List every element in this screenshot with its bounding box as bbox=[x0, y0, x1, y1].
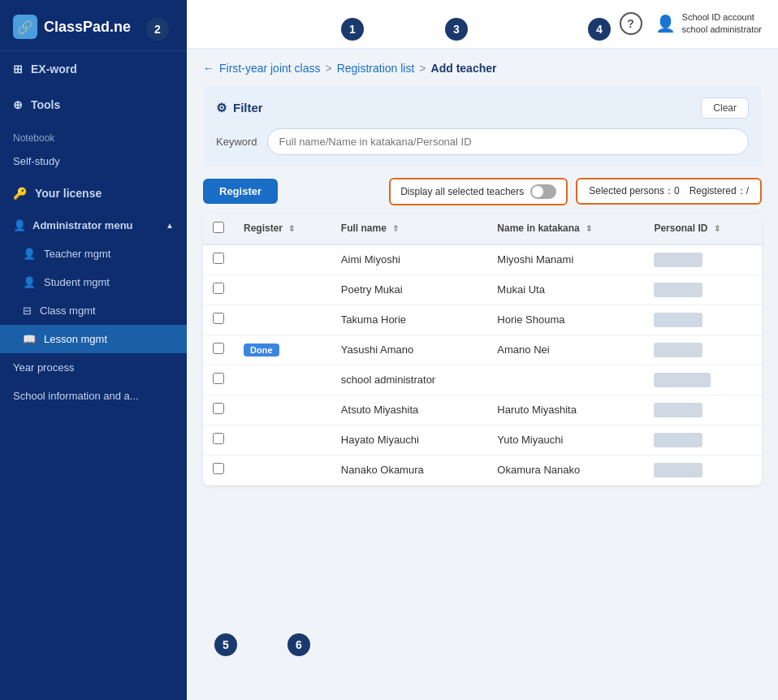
tools-label: Tools bbox=[31, 98, 60, 111]
sidebar-item-teacher-mgmt[interactable]: 👤 Teacher mgmt bbox=[0, 240, 187, 268]
row-personal-id: ●●●● bbox=[644, 335, 762, 365]
sidebar-item-year-process[interactable]: Year process bbox=[0, 353, 187, 382]
main-content: ? 👤 School ID account school administrat… bbox=[187, 0, 778, 700]
row-checkbox[interactable] bbox=[213, 373, 224, 384]
class-mgmt-icon: ⊟ bbox=[23, 305, 32, 317]
sort-fullname-icon[interactable]: ⇑ bbox=[392, 224, 399, 233]
header-personal-id: Personal ID ⇕ bbox=[644, 214, 762, 244]
school-info-label: School information and a... bbox=[13, 390, 139, 402]
blurred-personal-id: ●●●●●●●● bbox=[654, 373, 711, 387]
logo-icon: 🔗 bbox=[13, 15, 37, 39]
header-register: Register ⇕ bbox=[234, 214, 331, 244]
row-checkbox[interactable] bbox=[213, 403, 224, 414]
row-checkbox[interactable] bbox=[213, 283, 224, 294]
row-fullname: Takuma Horie bbox=[331, 305, 488, 335]
selected-info-text: Selected persons：0 Registered：/ bbox=[589, 184, 749, 198]
blurred-personal-id: ●●●● bbox=[654, 343, 702, 357]
row-katakana: Yuto Miyauchi bbox=[487, 425, 644, 455]
row-checkbox-cell bbox=[203, 274, 234, 305]
lesson-mgmt-label: Lesson mgmt bbox=[44, 333, 107, 345]
row-register bbox=[234, 244, 331, 275]
year-process-label: Year process bbox=[13, 361, 74, 374]
select-all-checkbox[interactable] bbox=[213, 222, 224, 233]
row-checkbox-cell bbox=[203, 365, 234, 395]
student-mgmt-icon: 👤 bbox=[23, 276, 36, 288]
sidebar-item-self-study[interactable]: Self-study bbox=[0, 147, 187, 175]
annotation-4: 4 bbox=[588, 18, 611, 41]
table-header-row: Register ⇕ Full name ⇑ Name in katakana … bbox=[203, 214, 762, 244]
row-checkbox[interactable] bbox=[213, 343, 224, 354]
row-checkbox[interactable] bbox=[213, 313, 224, 324]
sidebar-item-school-info[interactable]: School information and a... bbox=[0, 382, 187, 410]
register-button[interactable]: Register bbox=[203, 179, 278, 204]
sort-katakana-icon[interactable]: ⇕ bbox=[586, 224, 592, 233]
sidebar-item-student-mgmt[interactable]: 👤 Student mgmt bbox=[0, 268, 187, 296]
row-personal-id: ●●●● bbox=[644, 395, 762, 425]
sidebar-item-lesson-mgmt[interactable]: 📖 Lesson mgmt bbox=[0, 325, 187, 353]
row-katakana: Horie Shouma bbox=[487, 305, 644, 335]
display-toggle-switch[interactable] bbox=[530, 184, 556, 199]
tools-icon: ⊕ bbox=[13, 98, 23, 111]
filter-icon: ⚙ bbox=[216, 101, 227, 115]
blurred-personal-id: ●●●● bbox=[654, 403, 702, 417]
row-checkbox[interactable] bbox=[213, 463, 224, 474]
sidebar: 🔗 ClassPad.ne ⊞ EX-word ⊕ Tools Notebook… bbox=[0, 0, 187, 700]
table-row: school administrator●●●●●●●● bbox=[203, 365, 762, 395]
page-area: ← First-year joint class > Registration … bbox=[187, 49, 778, 700]
row-register bbox=[234, 365, 331, 395]
row-katakana: Mukai Uta bbox=[487, 274, 644, 305]
row-fullname: Hayato Miyauchi bbox=[331, 425, 488, 455]
teacher-mgmt-icon: 👤 bbox=[23, 248, 36, 260]
back-arrow-icon[interactable]: ← bbox=[203, 62, 214, 75]
keyword-input[interactable] bbox=[267, 128, 749, 155]
row-fullname: Poetry Mukai bbox=[331, 274, 488, 305]
license-icon: 🔑 bbox=[13, 187, 27, 200]
row-katakana: Haruto Miyashita bbox=[487, 395, 644, 425]
header-katakana: Name in katakana ⇕ bbox=[487, 214, 644, 244]
controls-right: Display all selected teachers Selected p… bbox=[389, 178, 762, 205]
admin-menu-header[interactable]: 👤 Administrator menu ▲ bbox=[0, 211, 187, 240]
class-mgmt-label: Class mgmt bbox=[40, 305, 96, 317]
filter-clear-button[interactable]: Clear bbox=[701, 97, 749, 119]
account-text: School ID account school administrator bbox=[682, 11, 762, 37]
filter-row: Keyword bbox=[216, 128, 749, 155]
sidebar-item-license[interactable]: 🔑 Your license bbox=[0, 175, 187, 211]
table-row: Hayato MiyauchiYuto Miyauchi●●●● bbox=[203, 425, 762, 455]
sort-personalid-icon[interactable]: ⇕ bbox=[714, 224, 720, 233]
student-mgmt-label: Student mgmt bbox=[44, 276, 110, 288]
row-checkbox-cell bbox=[203, 305, 234, 335]
done-badge: Done bbox=[244, 344, 279, 356]
teacher-mgmt-label: Teacher mgmt bbox=[44, 248, 110, 260]
sidebar-item-exword[interactable]: ⊞ EX-word bbox=[0, 51, 187, 87]
row-checkbox[interactable] bbox=[213, 433, 224, 444]
sort-register-icon[interactable]: ⇕ bbox=[288, 224, 295, 233]
filter-title: ⚙ Filter bbox=[216, 101, 263, 115]
controls-row: Register Display all selected teachers S… bbox=[203, 178, 762, 205]
topbar: ? 👤 School ID account school administrat… bbox=[187, 0, 778, 49]
sidebar-item-tools[interactable]: ⊕ Tools bbox=[0, 87, 187, 123]
row-fullname: Yasushi Amano bbox=[331, 335, 488, 365]
admin-label: Administrator menu bbox=[32, 219, 133, 231]
table-row: Nanako OkamuraOkamura Nanako●●●● bbox=[203, 455, 762, 485]
table-wrapper: Register ⇕ Full name ⇑ Name in katakana … bbox=[203, 214, 762, 486]
help-button[interactable]: ? bbox=[620, 12, 642, 35]
breadcrumb-link1[interactable]: First-year joint class bbox=[219, 62, 320, 75]
account-line2: school administrator bbox=[682, 24, 762, 36]
account-button[interactable]: 👤 School ID account school administrator bbox=[655, 11, 762, 37]
filter-title-text: Filter bbox=[233, 101, 263, 115]
table-row: Takuma HorieHorie Shouma●●●● bbox=[203, 305, 762, 335]
display-toggle-label: Display all selected teachers bbox=[400, 186, 524, 197]
sidebar-item-class-mgmt[interactable]: ⊟ Class mgmt bbox=[0, 296, 187, 325]
license-label: Your license bbox=[35, 187, 102, 200]
table-row: DoneYasushi AmanoAmano Nei●●●● bbox=[203, 335, 762, 365]
table-row: Poetry MukaiMukai Uta●●●● bbox=[203, 274, 762, 305]
breadcrumb-sep2: > bbox=[419, 62, 426, 75]
blurred-personal-id: ●●●● bbox=[654, 253, 702, 267]
row-fullname: Nanako Okamura bbox=[331, 455, 488, 485]
row-register bbox=[234, 395, 331, 425]
row-checkbox[interactable] bbox=[213, 253, 224, 264]
row-register: Done bbox=[234, 335, 331, 365]
row-personal-id: ●●●● bbox=[644, 425, 762, 455]
blurred-personal-id: ●●●● bbox=[654, 313, 702, 327]
breadcrumb-link2[interactable]: Registration list bbox=[337, 62, 415, 75]
